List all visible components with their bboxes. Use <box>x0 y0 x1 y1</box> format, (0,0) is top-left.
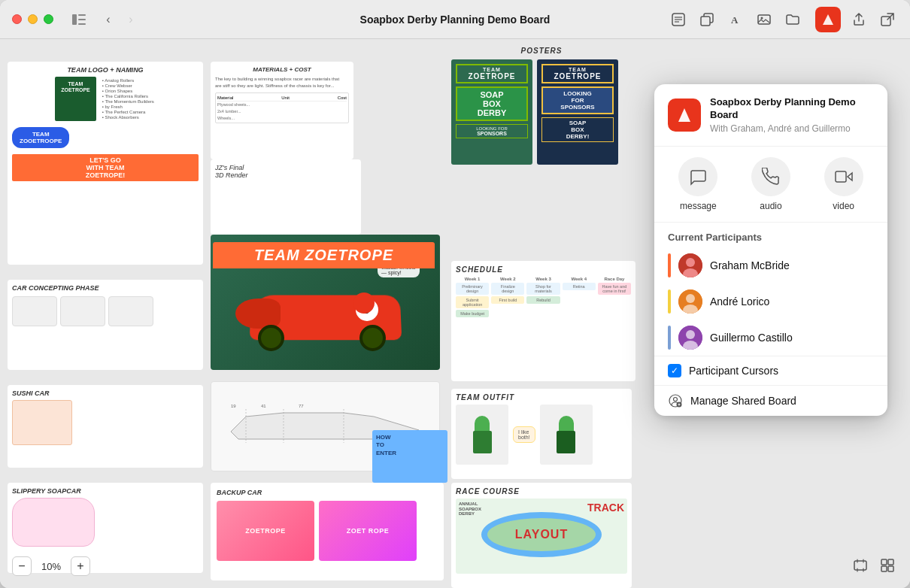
fit-to-screen-button[interactable] <box>850 555 871 576</box>
fullscreen-button[interactable] <box>44 14 53 24</box>
zoom-out-button[interactable]: − <box>12 556 32 576</box>
manage-shared-board-row[interactable]: Manage Shared Board <box>654 385 887 416</box>
svg-rect-10 <box>758 15 770 24</box>
svg-point-35 <box>674 397 678 401</box>
participant-row-andre[interactable]: André Lorico <box>654 283 887 320</box>
share-button[interactable] <box>848 9 869 30</box>
svg-rect-20 <box>881 559 887 565</box>
bottom-right-toolbar <box>850 555 898 576</box>
svg-rect-24 <box>836 171 846 182</box>
participant-indicator-andre <box>668 289 671 314</box>
text-tool-button[interactable]: A <box>725 9 746 30</box>
popup-board-icon <box>668 99 701 132</box>
svg-rect-2 <box>78 19 86 20</box>
video-label: video <box>833 201 854 211</box>
svg-text:19: 19 <box>231 404 236 408</box>
minimize-button[interactable] <box>28 14 38 24</box>
svg-rect-23 <box>888 566 893 571</box>
video-icon <box>824 157 863 196</box>
participant-name-graham: Graham McBride <box>710 259 790 271</box>
audio-icon <box>751 157 790 196</box>
folder-tool-button[interactable] <box>782 9 803 30</box>
manage-board-icon <box>668 393 683 408</box>
participant-row-graham[interactable]: Graham McBride <box>654 247 887 283</box>
canvas-area[interactable]: TEAM LOGO + NAMING TEAMZOETROPE • Analog… <box>0 39 910 588</box>
how-to-enter-note: HOWTOENTER <box>372 430 447 483</box>
avatar-graham <box>678 253 702 277</box>
traffic-lights <box>12 14 53 24</box>
image-tool-button[interactable] <box>754 9 775 30</box>
popup-board-subtitle: With Graham, André and Guillermo <box>710 123 874 134</box>
audio-action[interactable]: audio <box>745 157 797 211</box>
popup-board-title: Soapbox Derby Planning Demo Board <box>710 96 874 122</box>
message-icon <box>678 157 717 196</box>
svg-point-32 <box>686 330 695 339</box>
svg-rect-21 <box>888 559 893 565</box>
svg-point-11 <box>761 17 763 19</box>
schedule-section: SCHEDULE Week 1 Preliminarydesign Submit… <box>451 261 635 381</box>
avatar-guillermo <box>678 326 702 350</box>
bottom-toolbar: − 10% + <box>12 556 90 576</box>
message-action[interactable]: message <box>672 157 724 211</box>
forward-button[interactable]: › <box>121 10 141 29</box>
svg-text:41: 41 <box>261 404 266 408</box>
manage-shared-board-label: Manage Shared Board <box>690 395 796 407</box>
grid-view-button[interactable] <box>877 555 898 576</box>
race-course-section: RACE COURSE LAYOUT ANNUALSOAPBOXDERBY TR… <box>451 483 632 588</box>
external-link-button[interactable] <box>877 9 898 30</box>
team-outfit-section: TEAM OUTFIT I likeboth! <box>451 389 632 479</box>
back-button[interactable]: ‹ <box>99 10 118 29</box>
svg-text:77: 77 <box>299 404 304 408</box>
popup-header: Soapbox Derby Planning Demo Board With G… <box>654 84 887 147</box>
nav-buttons: ‹ › <box>99 10 141 29</box>
participant-name-andre: André Lorico <box>710 296 769 308</box>
team-banner: TEAM ZOETROPE <box>213 242 435 268</box>
zoom-level-display: 10% <box>38 561 65 572</box>
titlebar: ‹ › Soapbox Derby Planning Demo Board <box>0 0 910 39</box>
copy-tool-button[interactable] <box>696 9 717 30</box>
collaboration-popup: Soapbox Derby Planning Demo Board With G… <box>654 84 887 416</box>
sidebar-toggle-button[interactable] <box>68 11 89 28</box>
participant-row-guillermo[interactable]: Guillermo Castillo <box>654 320 887 356</box>
video-action[interactable]: video <box>817 157 870 211</box>
notes-tool-button[interactable] <box>668 9 689 30</box>
close-button[interactable] <box>12 14 22 24</box>
team-logo-section: TEAM LOGO + NAMING TEAMZOETROPE • Analog… <box>8 62 203 265</box>
svg-rect-19 <box>854 561 866 570</box>
avatar-andre <box>678 289 702 314</box>
materials-cost-section: MATERIALS + COST The key to building a w… <box>211 62 353 159</box>
audio-label: audio <box>760 201 781 211</box>
participant-cursors-toggle-row[interactable]: ✓ Participant Cursors <box>654 356 887 385</box>
toolbar-tools: A <box>668 7 898 32</box>
svg-rect-1 <box>78 14 86 16</box>
svg-text:A: A <box>731 14 739 26</box>
participant-indicator-graham <box>668 253 671 277</box>
car-concepting-section: CAR CONCEPTING PHASE <box>8 280 203 370</box>
backup-car-section: BACKUP CAR ZOETROPE ZOET ROPE <box>211 483 444 580</box>
app-icon-button[interactable] <box>815 7 841 32</box>
participants-section-title: Current Participants <box>654 223 887 247</box>
app-window: ‹ › Soapbox Derby Planning Demo Board <box>0 0 910 588</box>
3d-render-section: JZ's Final3D Render <box>211 159 361 235</box>
participant-cursors-label: Participant Cursors <box>689 365 778 377</box>
svg-rect-3 <box>78 23 86 25</box>
zoom-in-button[interactable]: + <box>71 556 90 576</box>
message-label: message <box>680 201 717 211</box>
svg-rect-8 <box>701 17 710 26</box>
svg-point-26 <box>686 258 695 267</box>
participant-indicator-guillermo <box>668 326 671 350</box>
svg-rect-22 <box>881 566 887 571</box>
action-buttons-row: message audio <box>654 147 887 223</box>
window-title: Soapbox Derby Planning Demo Board <box>360 14 551 26</box>
svg-point-29 <box>686 294 695 303</box>
participant-cursors-checkbox[interactable]: ✓ <box>668 364 681 377</box>
popup-board-info: Soapbox Derby Planning Demo Board With G… <box>710 96 874 134</box>
participant-name-guillermo: Guillermo Castillo <box>710 332 793 344</box>
sushi-car-section: SUSHI CAR <box>8 385 203 468</box>
svg-rect-0 <box>72 14 77 25</box>
